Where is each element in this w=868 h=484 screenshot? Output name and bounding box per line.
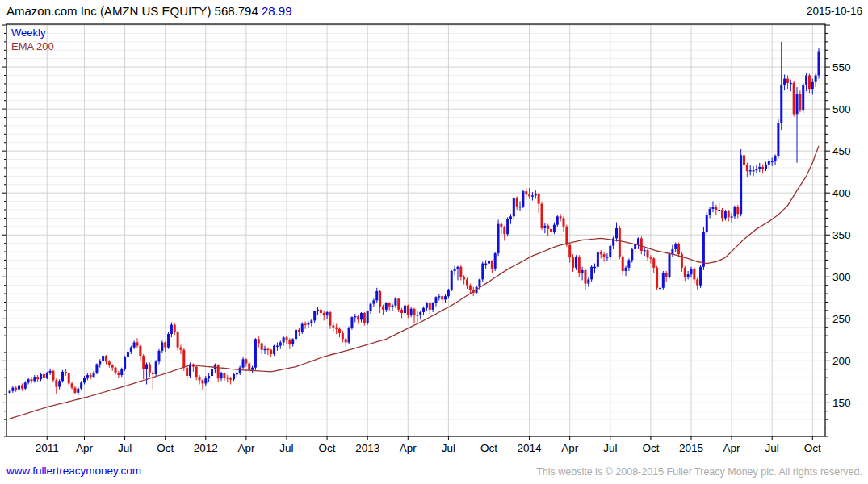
svg-text:2015: 2015 (679, 442, 703, 454)
website-link[interactable]: www.fullertreacymoney.com (6, 465, 141, 477)
svg-text:250: 250 (832, 313, 851, 325)
svg-text:2011: 2011 (36, 442, 59, 454)
svg-text:400: 400 (832, 187, 851, 199)
svg-text:150: 150 (832, 397, 851, 409)
legend-ema-label: EMA 200 (11, 40, 54, 52)
svg-text:300: 300 (832, 271, 851, 283)
svg-text:Apr: Apr (723, 442, 741, 454)
svg-text:200: 200 (832, 355, 851, 367)
svg-text:500: 500 (832, 103, 851, 115)
svg-text:450: 450 (832, 145, 851, 157)
svg-text:Oct: Oct (319, 442, 336, 454)
svg-text:Jul: Jul (279, 442, 293, 454)
svg-text:Apr: Apr (237, 442, 255, 454)
svg-text:2014: 2014 (518, 442, 543, 454)
svg-text:Oct: Oct (642, 442, 659, 454)
svg-text:Apr: Apr (76, 442, 94, 454)
svg-text:Apr: Apr (561, 442, 579, 454)
copyright-text: This website is © 2008-2015 Fuller Treac… (536, 466, 862, 478)
svg-text:Oct: Oct (157, 442, 174, 454)
svg-text:2012: 2012 (194, 442, 218, 454)
chart-window: Amazon.com Inc (AMZN US EQUITY) 568.794 … (0, 0, 868, 484)
svg-text:Jul: Jul (603, 442, 617, 454)
svg-text:350: 350 (832, 229, 851, 241)
svg-text:Apr: Apr (400, 442, 417, 454)
legend-weekly-label: Weekly (11, 27, 45, 39)
svg-text:550: 550 (832, 61, 851, 73)
svg-text:Oct: Oct (480, 442, 497, 454)
svg-text:Jul: Jul (118, 442, 132, 454)
svg-text:Jul: Jul (442, 442, 455, 454)
svg-text:Jul: Jul (765, 442, 779, 454)
svg-text:2013: 2013 (355, 442, 379, 454)
svg-text:Oct: Oct (804, 442, 821, 454)
price-chart-canvas[interactable]: 1502002503003504004505005502011AprJulOct… (0, 0, 868, 484)
